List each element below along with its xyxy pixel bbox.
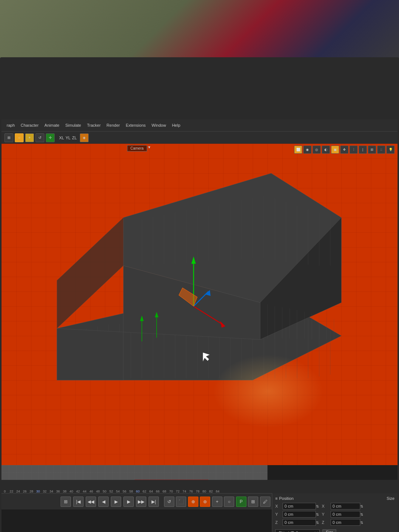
prop-size-y-input[interactable] bbox=[331, 511, 360, 518]
prop-reference-dropdown[interactable]: Object (Rel) bbox=[275, 529, 320, 532]
prop-x-spinner[interactable]: ⇅ bbox=[316, 504, 319, 508]
prop-z-input[interactable] bbox=[283, 519, 316, 526]
tick-48: 48 bbox=[95, 490, 101, 493]
secondary-viewport bbox=[1, 465, 267, 480]
tick-66: 66 bbox=[154, 490, 161, 493]
tick-58: 58 bbox=[128, 490, 134, 493]
menu-animate[interactable]: Animate bbox=[42, 122, 61, 128]
viewport-mat-btn[interactable]: ◐ bbox=[322, 146, 330, 154]
viewport-active-btn[interactable]: ▣ bbox=[331, 146, 339, 154]
prop-size-y-spinner[interactable]: ⇅ bbox=[360, 512, 363, 516]
camera-arrow[interactable]: ▼ bbox=[147, 145, 151, 149]
secondary-viewport-grid bbox=[1, 465, 267, 480]
record-active-btn[interactable]: ⊕ bbox=[188, 497, 198, 507]
prop-position-label: Position bbox=[279, 496, 293, 501]
menu-simulate[interactable]: Simulate bbox=[63, 122, 83, 128]
viewport-light-btn[interactable]: ❖ bbox=[340, 146, 348, 154]
svg-marker-56 bbox=[57, 218, 123, 328]
prop-size-btn[interactable]: Size bbox=[323, 529, 336, 532]
prop-size-x-input[interactable] bbox=[331, 503, 360, 509]
camera-label: Camera bbox=[127, 145, 147, 151]
tick-56: 56 bbox=[121, 490, 128, 493]
menu-character[interactable]: Character bbox=[18, 122, 41, 128]
auto-key-btn[interactable]: ⊛ bbox=[200, 497, 210, 507]
prop-size-title: Size bbox=[387, 496, 395, 501]
tick-78: 78 bbox=[194, 490, 201, 493]
goto-start-btn[interactable]: |◀ bbox=[73, 497, 83, 507]
loop-btn[interactable]: ↺ bbox=[164, 497, 174, 507]
extras-btn[interactable]: 🖊 bbox=[260, 497, 270, 507]
tick-40: 40 bbox=[68, 490, 75, 493]
viewport-snap-btn[interactable]: ⊞ bbox=[368, 146, 376, 154]
next-frame-btn[interactable]: ▶▶ bbox=[136, 497, 146, 507]
prop-size-x-label: X bbox=[322, 504, 329, 508]
menu-window[interactable]: Window bbox=[149, 122, 168, 128]
prop-menu-icon: ≡ bbox=[275, 496, 277, 501]
properties-panel: ≡ Position Size X ⇅ X ⇅ Y ⇅ Y ⇅ bbox=[272, 493, 398, 532]
viewport-bulb-btn[interactable]: 💡 bbox=[386, 146, 395, 154]
menu-tracker[interactable]: Tracker bbox=[85, 122, 103, 128]
tick-24: 24 bbox=[15, 490, 21, 493]
coord-label-x: XL bbox=[59, 136, 64, 140]
tick-64: 64 bbox=[148, 490, 154, 493]
prev-key-btn[interactable]: ◀ bbox=[98, 497, 109, 507]
prop-y-label: Y bbox=[275, 512, 283, 516]
viewport-shading-btn[interactable]: ⬜ bbox=[294, 146, 302, 154]
tick-46: 46 bbox=[88, 490, 95, 493]
menu-help[interactable]: Help bbox=[170, 122, 183, 128]
mode-btn[interactable]: ○ bbox=[224, 497, 234, 507]
prop-y-spinner[interactable]: ⇅ bbox=[316, 512, 319, 516]
viewport-wire-btn[interactable]: ◎ bbox=[313, 146, 321, 154]
tick-26: 26 bbox=[21, 490, 28, 493]
tick-76: 76 bbox=[188, 490, 194, 493]
keyframe-btn[interactable]: ⬛ bbox=[176, 497, 186, 507]
tick-50: 50 bbox=[101, 490, 108, 493]
prev-frame-btn[interactable]: ◀◀ bbox=[86, 497, 96, 507]
tick-72: 72 bbox=[174, 490, 181, 493]
prop-header: ≡ Position Size bbox=[275, 496, 395, 501]
prop-x-row: X ⇅ X ⇅ bbox=[275, 503, 395, 509]
toolbar-move-btn[interactable]: ✛ bbox=[46, 133, 55, 142]
viewport-obj-btn[interactable]: ◉ bbox=[303, 146, 311, 154]
toolbar-rotate-btn[interactable]: ↺ bbox=[35, 133, 44, 142]
prop-z-spinner[interactable]: ⇅ bbox=[316, 521, 319, 525]
tick-62: 62 bbox=[141, 490, 148, 493]
prop-size-z-label: Z bbox=[322, 520, 329, 525]
prop-y-input[interactable] bbox=[283, 511, 316, 518]
prop-z-label: Z bbox=[275, 520, 283, 525]
prop-x-input[interactable] bbox=[283, 503, 316, 509]
viewport-grid-btn[interactable]: | bbox=[359, 146, 367, 154]
menu-render[interactable]: Render bbox=[104, 122, 122, 128]
toolbar-snap-btn[interactable]: ⊞ bbox=[4, 133, 13, 142]
viewport-3d[interactable]: Camera ▼ bbox=[1, 144, 398, 465]
tick-84: 84 bbox=[214, 490, 221, 493]
prop-position-title: ≡ Position bbox=[275, 496, 294, 501]
plus-btn[interactable]: + bbox=[212, 497, 222, 507]
record-btn[interactable]: ⊞ bbox=[61, 497, 71, 507]
prop-size-z-input[interactable] bbox=[331, 519, 360, 526]
play-btn[interactable]: ▶ bbox=[111, 497, 121, 507]
prop-size-z-spinner[interactable]: ⇅ bbox=[360, 521, 363, 525]
menu-bar: raph Character Animate Simulate Tracker … bbox=[1, 119, 398, 131]
toolbar-extra-btn[interactable]: ◈ bbox=[80, 133, 89, 142]
timeline-ruler[interactable]: 0 22 24 26 28 30 32 34 36 38 40 42 44 46… bbox=[1, 480, 398, 493]
tick-30: 30 bbox=[35, 490, 41, 493]
toolbar: ⊞ ○ + ↺ ✛ XL YL ZL ◈ ⬜ ◉ ◎ ◐ ▣ ❖ ⋮ | ⊞ :… bbox=[1, 131, 398, 144]
grid-btn[interactable]: ⊞ bbox=[248, 497, 258, 507]
goto-end-btn[interactable]: ▶| bbox=[149, 497, 159, 507]
prop-size-x-spinner[interactable]: ⇅ bbox=[360, 504, 363, 508]
tick-52: 52 bbox=[108, 490, 115, 493]
menu-raph[interactable]: raph bbox=[4, 122, 17, 128]
toolbar-mode-btn[interactable]: ○ bbox=[15, 133, 24, 142]
viewport-dots-btn[interactable]: :: bbox=[377, 146, 385, 154]
prop-y-row: Y ⇅ Y ⇅ bbox=[275, 511, 395, 518]
green-btn[interactable]: P bbox=[236, 497, 246, 507]
toolbar-add-btn[interactable]: + bbox=[25, 133, 34, 142]
tick-34: 34 bbox=[48, 490, 55, 493]
tick-22: 22 bbox=[8, 490, 15, 493]
viewport-tree-btn[interactable]: ⋮ bbox=[349, 146, 358, 154]
menu-extensions[interactable]: Extensions bbox=[123, 122, 148, 128]
tick-54: 54 bbox=[115, 490, 121, 493]
prop-x-label: X bbox=[275, 504, 283, 508]
next-key-btn[interactable]: ▶ bbox=[123, 497, 134, 507]
